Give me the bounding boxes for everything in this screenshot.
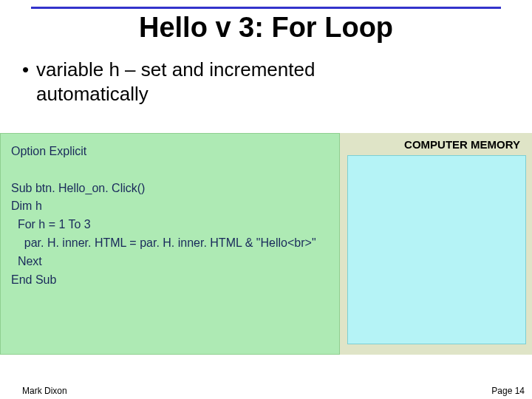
code-l1: Option Explicit <box>11 145 86 157</box>
bullet-var: h <box>109 58 119 81</box>
footer-page: Page 14 <box>491 386 525 396</box>
bullet-rest1: – set and incremented <box>120 58 316 81</box>
code-l3: Sub btn. Hello_on. Click() <box>11 182 145 194</box>
bullet-line2: automatically <box>36 83 149 105</box>
code-panel: Option Explicit Sub btn. Hello_on. Click… <box>0 133 340 355</box>
code-l6: par. H. inner. HTML = par. H. inner. HTM… <box>11 236 316 249</box>
memory-panel <box>347 155 526 344</box>
code-l4: Dim h <box>11 200 42 212</box>
bullet-dot: • <box>22 58 29 82</box>
slide-title: Hello v 3: For Loop <box>0 12 532 44</box>
code-l5: For h = 1 To 3 <box>11 218 91 231</box>
code-l7: Next <box>11 255 42 267</box>
code-l8: End Sub <box>11 273 56 286</box>
memory-column: COMPUTER MEMORY <box>340 133 532 355</box>
panels: Option Explicit Sub btn. Hello_on. Click… <box>0 133 532 355</box>
bullet-block: • variable h – set and incremented autom… <box>22 58 502 106</box>
footer: Mark Dixon Page 14 <box>22 386 525 396</box>
title-rule <box>31 7 501 9</box>
footer-author: Mark Dixon <box>22 386 67 396</box>
bullet-prefix: variable <box>36 58 109 81</box>
memory-label: COMPUTER MEMORY <box>340 133 532 155</box>
